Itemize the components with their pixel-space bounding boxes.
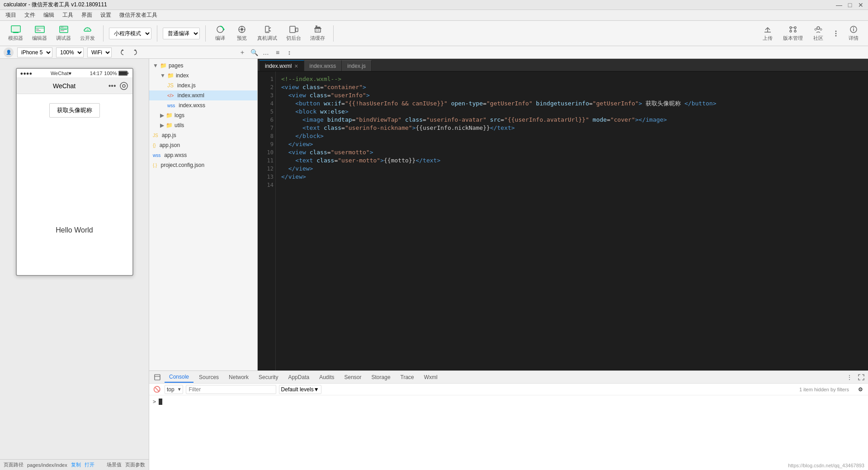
minimize-btn[interactable]: — xyxy=(835,1,843,9)
tab-sensor[interactable]: Sensor xyxy=(340,372,366,383)
editor-btn[interactable]: 编辑器 xyxy=(29,23,50,43)
search-file-btn[interactable]: 🔍 xyxy=(249,47,259,57)
close-btn[interactable]: ✕ xyxy=(857,1,864,9)
mode-select[interactable]: 小程序模式 xyxy=(109,28,151,39)
code-line-3: <view class="userInfo"> xyxy=(281,91,863,100)
editor-tabs: index.wxml × index.wxss index.js xyxy=(258,59,868,71)
upload-btn[interactable]: 上传 xyxy=(759,23,777,43)
tree-app-js[interactable]: JS app.js xyxy=(149,130,257,140)
tab-storage[interactable]: Storage xyxy=(367,372,395,383)
devtools-toggle-btn[interactable] xyxy=(151,372,164,383)
tab-sources[interactable]: Sources xyxy=(194,372,223,383)
tree-pages[interactable]: ▼ 📁 pages xyxy=(149,61,257,71)
device-select[interactable]: iPhone 5 iPhone 6 iPhone 7 xyxy=(17,47,52,57)
nav-camera-icon xyxy=(119,81,128,90)
console-prompt: > xyxy=(153,399,156,405)
levels-select[interactable]: Default levels ▼ xyxy=(279,385,321,394)
footer-open[interactable]: 打开 xyxy=(85,461,94,468)
phone-screen: ●●●● WeChat♥ 14:17 100% WeChat xyxy=(0,59,149,459)
devtools-more-btn[interactable]: ⋮ xyxy=(844,372,854,382)
community-label: 社区 xyxy=(813,35,823,42)
code-line-11: <text class="user-motto">{{motto}}</text… xyxy=(281,157,863,165)
tab-wxss-label: index.wxss xyxy=(310,63,336,69)
console-settings-btn[interactable]: ⚙ xyxy=(855,385,865,394)
tab-index-wxss[interactable]: index.wxss xyxy=(304,60,342,71)
detail-label: 详情 xyxy=(849,35,859,42)
tree-app-json[interactable]: {} app.json xyxy=(149,140,257,150)
tab-wxml[interactable]: Wxml xyxy=(420,372,442,383)
cut-btn[interactable]: 切后台 xyxy=(283,23,304,43)
cloud-btn[interactable]: 云 云开发 xyxy=(77,23,98,43)
phone-nav-bar: WeChat ••• xyxy=(17,78,132,94)
new-file-btn[interactable]: ＋ xyxy=(237,47,247,57)
clear-btn[interactable]: ▼ 清缓存 xyxy=(307,23,328,43)
svg-point-58 xyxy=(120,82,127,90)
code-line-9: </view> xyxy=(281,140,863,148)
more-btn[interactable] xyxy=(831,25,841,42)
get-userinfo-btn[interactable]: 获取头像昵称 xyxy=(49,103,100,118)
version-btn[interactable]: 版本管理 xyxy=(780,23,806,43)
tree-index-wxml[interactable]: </> index.wxml xyxy=(149,90,257,100)
devtools-right: ⋮ xyxy=(844,372,866,382)
tree-project-config[interactable]: {.} project.config.json xyxy=(149,160,257,170)
json-icon: {} xyxy=(153,143,156,148)
detail-btn[interactable]: 详情 xyxy=(844,23,863,43)
preview-btn[interactable]: 预览 xyxy=(233,23,251,43)
zoom-select[interactable]: 100% 75% 50% xyxy=(56,47,84,57)
tab-console[interactable]: Console xyxy=(165,372,193,383)
simulator-panel: ●●●● WeChat♥ 14:17 100% WeChat xyxy=(0,59,149,470)
tab-audits[interactable]: Audits xyxy=(315,372,339,383)
svg-rect-2 xyxy=(12,27,19,31)
cloud-label: 云开发 xyxy=(80,35,95,42)
console-filter-input[interactable] xyxy=(186,385,276,394)
device-debug-btn[interactable]: 真机调试 xyxy=(255,23,280,43)
maximize-btn[interactable]: □ xyxy=(846,1,854,9)
levels-arrow: ▼ xyxy=(314,386,319,393)
devtools-expand-btn[interactable] xyxy=(856,372,866,382)
rotate-right-btn[interactable] xyxy=(130,48,139,57)
network-select[interactable]: WiFi 4G 3G xyxy=(87,47,112,57)
tree-index-wxss[interactable]: wss index.wxss xyxy=(149,100,257,110)
code-line-10: <view class="usermotto"> xyxy=(281,148,863,157)
tab-index-js[interactable]: index.js xyxy=(342,60,372,71)
menu-view[interactable]: 界面 xyxy=(78,10,96,20)
svg-marker-53 xyxy=(121,49,124,51)
tab-security[interactable]: Security xyxy=(254,372,283,383)
menu-wechat[interactable]: 微信开发者工具 xyxy=(116,10,161,20)
menu-settings[interactable]: 设置 xyxy=(97,10,115,20)
tree-index-folder[interactable]: ▼ 📁 index xyxy=(149,71,257,81)
tab-network[interactable]: Network xyxy=(224,372,253,383)
context-select[interactable]: top ▼ xyxy=(165,385,183,394)
tree-index-js[interactable]: JS index.js xyxy=(149,81,257,90)
top-label: top xyxy=(165,386,176,393)
menu-tools[interactable]: 工具 xyxy=(59,10,77,20)
tab-trace[interactable]: Trace xyxy=(396,372,419,383)
rotate-left-btn[interactable] xyxy=(119,48,128,57)
wxss-icon2: wss xyxy=(153,153,160,158)
tree-logs[interactable]: ▶ 📁 logs xyxy=(149,110,257,120)
tab-appdata[interactable]: AppData xyxy=(283,372,314,383)
folder-icon2: 📁 xyxy=(167,72,174,79)
menu-file[interactable]: 文件 xyxy=(21,10,39,20)
tree-app-wxss[interactable]: wss app.wxss xyxy=(149,150,257,160)
filter-btn[interactable]: ≡ xyxy=(273,47,283,57)
compile-select[interactable]: 普通编译 xyxy=(163,28,200,39)
community-btn[interactable]: 社区 xyxy=(809,23,827,43)
sort-btn[interactable]: ↕ xyxy=(284,47,294,57)
simulator-btn[interactable]: 模拟器 xyxy=(5,23,26,43)
svg-point-39 xyxy=(790,30,792,32)
folder-icon3: 📁 xyxy=(166,112,173,119)
more-options-btn[interactable]: … xyxy=(261,47,271,57)
tab-index-wxml[interactable]: index.wxml × xyxy=(259,60,304,71)
menu-project[interactable]: 项目 xyxy=(2,10,20,20)
devtools-console-content[interactable]: > xyxy=(149,395,868,470)
footer-copy[interactable]: 复制 xyxy=(71,461,81,468)
menu-edit[interactable]: 编辑 xyxy=(40,10,58,20)
console-clear-btn[interactable]: 🚫 xyxy=(152,385,162,394)
svg-point-17 xyxy=(241,28,243,31)
tree-utils[interactable]: ▶ 📁 utils xyxy=(149,120,257,130)
main-toolbar: 模拟器 编辑器 调试器 xyxy=(0,21,868,46)
tab-wxml-close[interactable]: × xyxy=(294,62,298,70)
compile-btn[interactable]: 编译 xyxy=(211,23,229,43)
debugger-btn[interactable]: 调试器 xyxy=(53,23,74,43)
